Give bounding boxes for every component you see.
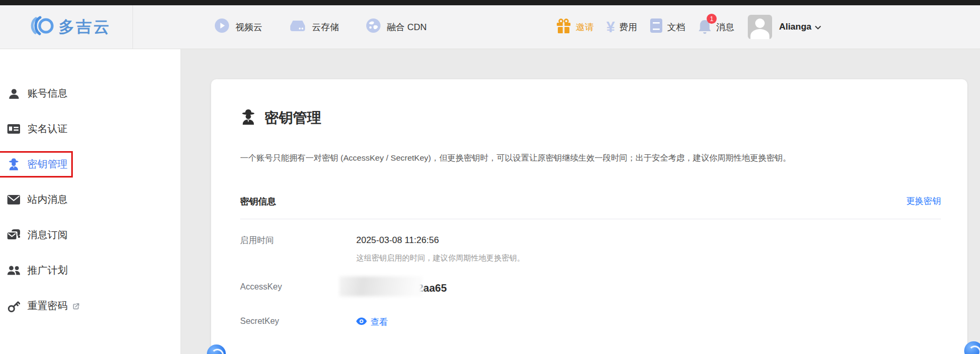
user-name: Alianga: [779, 22, 811, 32]
secret-key-label: SecretKey: [240, 316, 356, 326]
brand-name: 多吉云: [59, 16, 111, 38]
sidebar-item-real-name[interactable]: 实名认证: [0, 119, 70, 139]
section-title: 密钥信息: [240, 195, 276, 208]
external-link-icon: [72, 302, 80, 310]
nav-item-label: 视频云: [235, 21, 262, 33]
key-icon: [7, 300, 20, 312]
user-icon: [7, 87, 20, 100]
messages-button[interactable]: 1 消息: [698, 19, 734, 35]
secret-key-view-link[interactable]: 查看: [356, 316, 388, 328]
change-key-link[interactable]: 更换密钥: [906, 195, 941, 207]
access-key-value: 2aa65: [356, 282, 447, 294]
billing-label: 费用: [619, 21, 637, 33]
enable-time-value-block: 2025-03-08 11:26:56 这组密钥启用的时间，建议你周期性地更换密…: [356, 235, 525, 263]
brand-logo-icon: [30, 15, 54, 39]
docs-label: 文档: [667, 21, 685, 33]
sidebar-item-label: 实名认证: [27, 122, 68, 136]
sidebar-item-label: 站内消息: [27, 193, 68, 207]
page-description: 一个账号只能拥有一对密钥 (AccessKey / SecretKey)，但更换…: [240, 152, 941, 164]
enable-time-label: 启用时间: [240, 235, 356, 246]
sidebar-item-referral[interactable]: 推广计划: [0, 260, 70, 281]
invite-label: 邀请: [576, 21, 594, 33]
spy-icon: [240, 109, 256, 127]
nav-item-label: 云存储: [312, 21, 339, 33]
sidebar-item-account-info[interactable]: 账号信息: [0, 83, 70, 104]
header-actions: 邀请 ¥ 费用 文档 1 消息: [556, 5, 821, 49]
nav-item-cdn[interactable]: 融合 CDN: [366, 18, 427, 35]
page-title: 密钥管理: [264, 108, 321, 127]
sidebar-item-label: 推广计划: [27, 264, 68, 277]
enable-time-value: 2025-03-08 11:26:56: [356, 235, 525, 246]
page-title-row: 密钥管理: [240, 108, 941, 127]
gift-icon: [556, 18, 572, 36]
enable-time-row: 启用时间 2025-03-08 11:26:56 这组密钥启用的时间，建议你周期…: [240, 235, 941, 263]
sidebar-item-label: 账号信息: [27, 87, 68, 100]
sidebar-item-label: 密钥管理: [27, 157, 68, 171]
key-info-section-header: 密钥信息 更换密钥: [240, 195, 941, 208]
docs-button[interactable]: 文档: [650, 18, 685, 36]
people-icon: [7, 264, 20, 277]
header: 多吉云 视频云 云存储: [0, 5, 980, 49]
globe-icon: [366, 18, 380, 35]
play-circle-icon: [215, 18, 229, 35]
main-content: 密钥管理 一个账号只能拥有一对密钥 (AccessKey / SecretKey…: [182, 49, 980, 354]
doc-icon: [650, 18, 663, 36]
subscribe-icon: [7, 229, 20, 241]
nav-item-video-cloud[interactable]: 视频云: [215, 18, 262, 35]
access-key-label: AccessKey: [240, 282, 356, 292]
enable-time-hint: 这组密钥启用的时间，建议你周期性地更换密钥。: [356, 253, 525, 263]
access-key-redaction-blur: [339, 276, 423, 296]
spy-icon: [7, 158, 20, 171]
sidebar-item-label: 重置密码: [27, 299, 68, 313]
nav-item-label: 融合 CDN: [387, 21, 427, 33]
product-nav: 视频云 云存储 融合 CDN: [215, 5, 427, 49]
nav-item-cloud-storage[interactable]: 云存储: [290, 19, 339, 35]
sidebar-item-label: 消息订阅: [27, 228, 68, 242]
sidebar-item-site-messages[interactable]: 站内消息: [0, 190, 70, 210]
eye-icon: [356, 317, 367, 327]
sidebar-item-reset-password[interactable]: 重置密码: [0, 296, 82, 316]
sidebar: 账号信息 实名认证 密钥管理: [0, 49, 181, 354]
key-management-card: 密钥管理 一个账号只能拥有一对密钥 (AccessKey / SecretKey…: [211, 79, 967, 354]
bell-icon: 1: [698, 19, 712, 35]
secret-key-row: SecretKey 查看: [240, 316, 941, 328]
sidebar-item-key-management[interactable]: 密钥管理: [0, 154, 70, 174]
view-label: 查看: [370, 316, 388, 328]
message-count-badge: 1: [707, 14, 717, 24]
invite-button[interactable]: 邀请: [556, 18, 594, 36]
user-menu[interactable]: Alianga: [779, 22, 821, 32]
brand-area[interactable]: 多吉云: [0, 5, 133, 49]
messages-label: 消息: [716, 21, 734, 33]
access-key-row: AccessKey 2aa65: [240, 282, 941, 294]
id-card-icon: [7, 123, 20, 135]
section-divider: [240, 219, 941, 219]
avatar[interactable]: [748, 15, 772, 39]
browser-top-strip: [0, 0, 980, 5]
sidebar-item-subscriptions[interactable]: 消息订阅: [0, 225, 70, 245]
billing-button[interactable]: ¥ 费用: [606, 20, 637, 35]
mail-icon: [7, 193, 20, 206]
storage-icon: [290, 19, 306, 35]
chevron-down-icon: [815, 22, 821, 32]
yen-icon: ¥: [606, 20, 615, 35]
